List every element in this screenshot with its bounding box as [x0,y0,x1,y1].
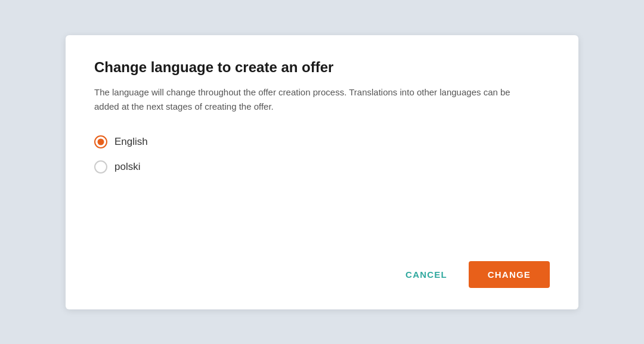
radio-english[interactable] [94,135,107,148]
radio-polski[interactable] [94,160,107,173]
change-button[interactable]: CHANGE [469,261,550,288]
radio-option-english[interactable]: English [94,135,550,148]
dialog-footer: CANCEL CHANGE [94,261,550,288]
language-radio-group: English polski [94,135,550,173]
radio-option-polski[interactable]: polski [94,160,550,173]
change-language-dialog: Change language to create an offer The l… [66,35,578,309]
radio-english-label: English [114,136,148,148]
radio-polski-label: polski [114,161,140,173]
cancel-button[interactable]: CANCEL [394,262,459,287]
dialog-title: Change language to create an offer [94,59,550,76]
dialog-description: The language will change throughout the … [94,85,524,114]
